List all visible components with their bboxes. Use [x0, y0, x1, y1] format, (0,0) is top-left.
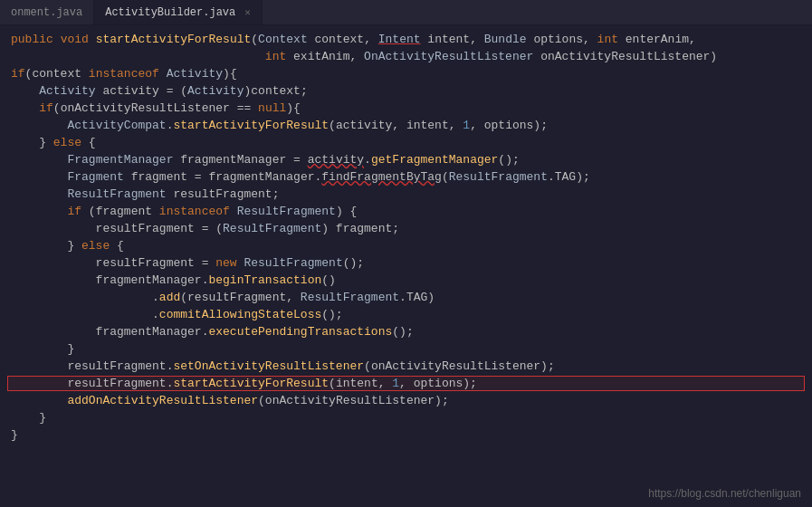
- code-line-5: if(onActivityResultListener == null){: [0, 100, 812, 117]
- code-content-22: addOnActivityResultListener(onActivityRe…: [11, 392, 449, 409]
- code-line-12: resultFragment = (ResultFragment) fragme…: [0, 220, 812, 237]
- tab-onment-label: onment.java: [11, 6, 82, 19]
- code-content-9: Fragment fragment = fragmentManager.find…: [11, 168, 590, 186]
- watermark: https://blog.csdn.net/chenliguan: [648, 487, 801, 500]
- code-content-4: Activity activity = (Activity)context;: [11, 82, 308, 100]
- tab-activitybuilder-label: ActivityBuilder.java: [105, 6, 235, 19]
- code-content-6: ActivityCompat.startActivityForResult(ac…: [11, 117, 548, 134]
- code-line-13: } else {: [0, 237, 812, 254]
- code-line-23: }: [0, 409, 812, 426]
- tab-activitybuilder[interactable]: ActivityBuilder.java ✕: [94, 0, 263, 24]
- code-line-3: if(context instanceof Activity){: [0, 65, 812, 82]
- code-line-22: addOnActivityResultListener(onActivityRe…: [0, 392, 812, 409]
- code-line-15: fragmentManager.beginTransaction(): [0, 272, 812, 289]
- code-area: public void startActivityForResult(Conte…: [0, 25, 812, 507]
- code-line-6: ActivityCompat.startActivityForResult(ac…: [0, 117, 812, 134]
- code-line-11: if (fragment instanceof ResultFragment) …: [0, 203, 812, 220]
- code-content-15: fragmentManager.beginTransaction(): [11, 272, 336, 289]
- code-content-1: public void startActivityForResult(Conte…: [11, 31, 696, 48]
- code-line-4: Activity activity = (Activity)context;: [0, 82, 812, 100]
- code-content-14: resultFragment = new ResultFragment();: [11, 254, 364, 272]
- code-line-7: } else {: [0, 134, 812, 151]
- code-content-2: int exitAnim, OnActivityResultListener o…: [11, 48, 717, 65]
- code-content-13: } else {: [11, 237, 124, 254]
- tab-close-icon[interactable]: ✕: [244, 6, 251, 18]
- code-content-23: }: [11, 409, 46, 426]
- code-line-24: }: [0, 426, 812, 444]
- code-line-9: Fragment fragment = fragmentManager.find…: [0, 168, 812, 186]
- code-content-18: fragmentManager.executePendingTransactio…: [11, 323, 414, 340]
- code-content-17: .commitAllowingStateLoss();: [11, 306, 343, 323]
- code-content-7: } else {: [11, 134, 96, 151]
- code-line-10: ResultFragment resultFragment;: [0, 186, 812, 203]
- code-content-21: resultFragment.startActivityForResult(in…: [11, 375, 477, 392]
- code-line-17: .commitAllowingStateLoss();: [0, 306, 812, 323]
- code-content-24: }: [11, 426, 18, 444]
- tab-onment[interactable]: onment.java: [0, 0, 94, 24]
- code-content-11: if (fragment instanceof ResultFragment) …: [11, 203, 357, 220]
- code-line-19: }: [0, 340, 812, 358]
- code-content-16: .add(resultFragment, ResultFragment.TAG): [11, 289, 435, 306]
- code-content-20: resultFragment.setOnActivityResultListen…: [11, 358, 555, 375]
- code-line-21: resultFragment.startActivityForResult(in…: [0, 375, 812, 392]
- code-line-8: FragmentManager fragmentManager = activi…: [0, 151, 812, 168]
- code-content-8: FragmentManager fragmentManager = activi…: [11, 151, 520, 168]
- code-line-20: resultFragment.setOnActivityResultListen…: [0, 358, 812, 375]
- code-content-5: if(onActivityResultListener == null){: [11, 100, 301, 117]
- code-line-18: fragmentManager.executePendingTransactio…: [0, 323, 812, 340]
- code-line-16: .add(resultFragment, ResultFragment.TAG): [0, 289, 812, 306]
- tab-bar: onment.java ActivityBuilder.java ✕: [0, 0, 812, 25]
- code-line-14: resultFragment = new ResultFragment();: [0, 254, 812, 272]
- code-line-1: public void startActivityForResult(Conte…: [0, 31, 812, 48]
- code-line-2: int exitAnim, OnActivityResultListener o…: [0, 48, 812, 65]
- code-content-12: resultFragment = (ResultFragment) fragme…: [11, 220, 399, 237]
- code-content-10: ResultFragment resultFragment;: [11, 186, 279, 203]
- code-content-3: if(context instanceof Activity){: [11, 65, 237, 82]
- code-content-19: }: [11, 340, 74, 358]
